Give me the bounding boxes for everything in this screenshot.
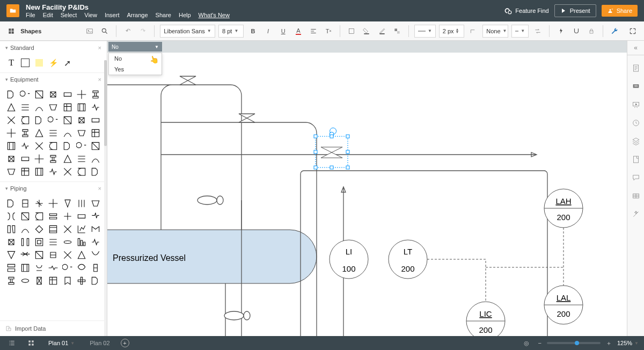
shape-item[interactable]	[19, 115, 31, 126]
menu-select[interactable]: Select	[61, 12, 77, 18]
shape-item[interactable]	[33, 115, 45, 126]
search-icon[interactable]	[99, 25, 111, 38]
swap-ends-icon[interactable]	[532, 25, 544, 38]
shape-item[interactable]	[76, 128, 87, 138]
shape-item[interactable]	[19, 250, 31, 260]
close-icon[interactable]: ×	[98, 76, 101, 83]
wrench-icon[interactable]	[609, 25, 620, 38]
shape-item[interactable]	[76, 262, 87, 273]
shape-item[interactable]	[90, 102, 101, 113]
shape-item[interactable]	[5, 275, 17, 286]
section-equipment[interactable]: Equipment×	[0, 72, 107, 86]
shape-item[interactable]	[62, 166, 74, 177]
shape-item[interactable]	[5, 224, 17, 235]
shape-item[interactable]	[5, 166, 17, 177]
shape-item[interactable]	[76, 115, 87, 126]
shape-item[interactable]	[62, 211, 74, 222]
master-page-icon[interactable]	[631, 154, 641, 165]
shape-item[interactable]	[33, 128, 45, 138]
border-color-icon[interactable]	[376, 25, 388, 38]
shape-item[interactable]	[47, 102, 59, 113]
close-icon[interactable]: ×	[98, 185, 101, 192]
shape-item[interactable]	[5, 262, 17, 273]
shape-item[interactable]	[19, 237, 31, 247]
shape-item[interactable]	[5, 89, 17, 100]
shape-item[interactable]	[19, 166, 31, 177]
align-icon[interactable]	[308, 25, 319, 38]
shape-item[interactable]	[33, 154, 45, 164]
chat-icon[interactable]	[631, 172, 641, 183]
diagram-inline-1[interactable]	[197, 196, 223, 205]
shape-item[interactable]	[47, 275, 59, 286]
shape-item[interactable]	[76, 198, 87, 209]
shape-item[interactable]	[33, 211, 45, 222]
feature-find-button[interactable]: Feature Find	[504, 7, 548, 14]
shape-item[interactable]	[90, 154, 101, 164]
shape-item[interactable]	[19, 154, 31, 164]
shape-item[interactable]	[5, 115, 17, 126]
insert-image-icon[interactable]	[84, 25, 96, 38]
shape-item[interactable]	[76, 166, 87, 177]
shape-item[interactable]	[76, 102, 87, 113]
shape-item[interactable]	[19, 128, 31, 138]
shape-note[interactable]	[33, 57, 45, 68]
fill-color-icon[interactable]	[361, 25, 372, 38]
arrow-end-select[interactable]: ▼	[511, 25, 529, 38]
import-data-button[interactable]: Import Data	[0, 320, 107, 336]
section-standard[interactable]: Standard×	[0, 41, 107, 54]
shape-item[interactable]	[62, 275, 74, 286]
shape-item[interactable]	[19, 141, 31, 151]
lock-icon[interactable]	[586, 25, 597, 38]
shape-item[interactable]	[62, 250, 74, 260]
instrument-lah[interactable]: LAH200	[544, 189, 583, 228]
document-title[interactable]: New Facility P&IDs	[26, 4, 498, 11]
font-family-select[interactable]: Liberation Sans▼	[160, 25, 215, 38]
shape-item[interactable]	[33, 250, 45, 260]
shape-item[interactable]	[33, 198, 45, 209]
text-color-icon[interactable]: A	[292, 25, 304, 38]
shape-item[interactable]	[76, 250, 87, 260]
target-icon[interactable]: ◎	[520, 337, 533, 349]
shape-item[interactable]	[76, 154, 87, 164]
shape-item[interactable]	[33, 102, 45, 113]
magnet-icon[interactable]	[570, 25, 582, 38]
shape-item[interactable]	[33, 89, 45, 100]
shape-item[interactable]	[90, 141, 101, 151]
shape-item[interactable]	[19, 102, 31, 113]
shape-item[interactable]	[90, 115, 101, 126]
shape-item[interactable]	[76, 211, 87, 222]
shape-item[interactable]	[62, 224, 74, 235]
shape-item[interactable]	[47, 141, 59, 151]
clear-format-icon[interactable]: T×	[323, 25, 334, 38]
menu-arrange[interactable]: Arrange	[127, 12, 148, 18]
shape-item[interactable]	[90, 250, 101, 260]
shape-item[interactable]	[90, 198, 101, 209]
shape-item[interactable]	[19, 262, 31, 273]
ai-sparkle-icon[interactable]	[631, 209, 641, 220]
shape-item[interactable]	[62, 128, 74, 138]
line-style-thin-select[interactable]: ▼	[414, 25, 436, 38]
shape-item[interactable]	[62, 198, 74, 209]
add-page-icon[interactable]: +	[121, 339, 129, 347]
fill-none-icon[interactable]	[346, 25, 357, 38]
shape-item[interactable]	[5, 128, 17, 138]
line-shape-icon[interactable]	[467, 25, 479, 38]
shape-item[interactable]	[33, 224, 45, 235]
undo-icon[interactable]: ↶	[122, 25, 134, 38]
actions-icon[interactable]	[555, 25, 567, 38]
shape-item[interactable]	[5, 198, 17, 209]
app-logo[interactable]	[6, 4, 19, 17]
shape-item[interactable]	[62, 115, 74, 126]
diagram-vessel[interactable]: Pressurized Vessel V001	[107, 230, 317, 283]
shapes-toggle-icon[interactable]	[5, 25, 17, 38]
shape-item[interactable]	[47, 198, 59, 209]
layers-icon[interactable]	[631, 136, 641, 147]
context-option-yes[interactable]: Yes	[109, 64, 162, 75]
history-icon[interactable]	[631, 118, 641, 128]
redo-icon[interactable]: ↷	[137, 25, 149, 38]
menu-share[interactable]: Share	[156, 12, 171, 18]
shape-item[interactable]	[19, 89, 31, 100]
list-view-icon[interactable]	[5, 337, 18, 349]
comment-quote-icon[interactable]: 99	[631, 81, 641, 92]
shape-item[interactable]	[5, 102, 17, 113]
